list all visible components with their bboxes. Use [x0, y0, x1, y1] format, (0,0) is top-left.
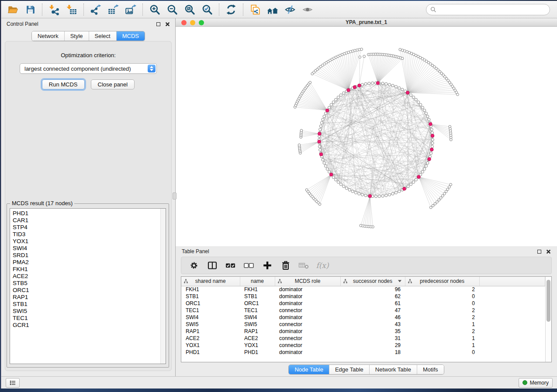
memory-button[interactable]: Memory: [519, 378, 553, 388]
node[interactable]: [401, 88, 404, 91]
node[interactable]: [360, 224, 362, 227]
save-session-button[interactable]: [21, 3, 39, 17]
refresh-view-button[interactable]: [222, 3, 240, 17]
float-panel-icon[interactable]: [156, 22, 160, 26]
cell-successor-nodes[interactable]: 29: [340, 342, 405, 349]
node[interactable]: [409, 94, 412, 96]
cell-predecessor-nodes[interactable]: 2: [405, 314, 479, 321]
node[interactable]: [328, 106, 331, 109]
deselect-all-button[interactable]: [242, 259, 256, 272]
node[interactable]: [345, 187, 348, 189]
node[interactable]: [326, 168, 329, 170]
node[interactable]: [417, 101, 420, 103]
node[interactable]: [445, 190, 447, 193]
mcds-result-item[interactable]: FKH1: [13, 266, 163, 273]
node[interactable]: [300, 129, 303, 132]
cell-mcds-role[interactable]: dominator: [275, 349, 340, 356]
cell-predecessor-nodes[interactable]: 0: [405, 300, 479, 307]
node[interactable]: [319, 125, 322, 127]
export-network-button[interactable]: [87, 3, 104, 17]
dominator-node[interactable]: [325, 109, 329, 112]
node[interactable]: [428, 118, 430, 121]
mcds-result-item[interactable]: ORC1: [13, 287, 163, 294]
dominator-node[interactable]: [318, 132, 322, 136]
splitter-handle[interactable]: [173, 193, 176, 199]
tab-network-table[interactable]: Network Table: [370, 365, 417, 374]
node[interactable]: [412, 96, 415, 99]
node[interactable]: [419, 103, 422, 106]
node[interactable]: [432, 204, 434, 207]
tab-mcds[interactable]: MCDS: [117, 31, 145, 41]
node[interactable]: [388, 193, 391, 196]
column-header-mcds-role[interactable]: MCDS role: [275, 277, 340, 286]
node[interactable]: [378, 195, 381, 198]
mcds-result-item[interactable]: STB5: [13, 280, 163, 287]
export-image-button[interactable]: [122, 3, 139, 17]
node[interactable]: [339, 183, 342, 186]
mcds-result-item[interactable]: GCR1: [13, 322, 163, 329]
show-columns-button[interactable]: [205, 259, 220, 272]
node[interactable]: [335, 179, 337, 181]
float-table-panel-icon[interactable]: [537, 250, 541, 254]
node[interactable]: [430, 128, 433, 131]
zoom-selected-button[interactable]: [198, 3, 216, 17]
table-row[interactable]: FKH1FKH1dominator962: [181, 286, 545, 293]
table-row[interactable]: SWI4SWI4dominator462: [181, 314, 545, 321]
mcds-result-item[interactable]: STP4: [13, 224, 163, 231]
show-all-nodes-button[interactable]: [264, 3, 281, 17]
table-row[interactable]: YOX1YOX1connector291: [181, 342, 545, 349]
criterion-select[interactable]: largest connected component (undirected): [20, 63, 157, 74]
node[interactable]: [360, 48, 363, 51]
dominator-node[interactable]: [428, 158, 431, 161]
node[interactable]: [426, 162, 429, 164]
cell-successor-nodes[interactable]: 96: [340, 286, 405, 293]
cell-mcds-role[interactable]: connector: [275, 335, 340, 342]
node[interactable]: [322, 158, 324, 161]
dominator-node[interactable]: [353, 86, 356, 89]
cell-shared-name[interactable]: SWI5: [181, 321, 240, 328]
cell-mcds-role[interactable]: connector: [275, 321, 340, 328]
node[interactable]: [319, 128, 322, 131]
tab-edge-table[interactable]: Edge Table: [329, 365, 370, 374]
table-row[interactable]: SWI5SWI5connector431: [181, 321, 545, 328]
cell-shared-name[interactable]: FKH1: [181, 286, 240, 293]
dominator-node[interactable]: [406, 91, 409, 95]
tab-style[interactable]: Style: [65, 31, 89, 41]
node[interactable]: [394, 85, 397, 88]
node[interactable]: [438, 199, 440, 201]
cell-successor-nodes[interactable]: 35: [340, 328, 405, 335]
node[interactable]: [368, 82, 370, 85]
node[interactable]: [323, 162, 325, 164]
node[interactable]: [381, 82, 384, 85]
table-row[interactable]: ORC1ORC1dominator610: [181, 300, 545, 307]
table-scrollbar[interactable]: [545, 277, 551, 362]
node[interactable]: [391, 84, 394, 87]
mcds-result-item[interactable]: PHD1: [13, 210, 163, 217]
delete-column-button[interactable]: [278, 259, 293, 272]
dominator-node[interactable]: [429, 122, 432, 126]
node[interactable]: [425, 112, 427, 115]
node[interactable]: [431, 131, 433, 134]
node[interactable]: [443, 193, 446, 195]
open-file-button[interactable]: [4, 3, 21, 17]
node[interactable]: [381, 195, 384, 197]
node[interactable]: [421, 171, 424, 173]
node[interactable]: [441, 195, 444, 197]
node[interactable]: [343, 92, 345, 94]
cell-predecessor-nodes[interactable]: 2: [405, 328, 479, 335]
node[interactable]: [337, 96, 339, 99]
cell-name[interactable]: SWI4: [240, 314, 275, 321]
cell-predecessor-nodes[interactable]: 0: [405, 293, 479, 300]
node[interactable]: [426, 115, 429, 118]
cell-name[interactable]: STB1: [240, 293, 275, 300]
dominator-node[interactable]: [430, 148, 434, 151]
cell-shared-name[interactable]: YOX1: [181, 342, 240, 349]
cell-shared-name[interactable]: ACE2: [181, 335, 240, 342]
cell-mcds-role[interactable]: dominator: [275, 314, 340, 321]
cell-successor-nodes[interactable]: 43: [340, 321, 405, 328]
zoom-in-button[interactable]: [146, 3, 163, 17]
node[interactable]: [385, 83, 387, 85]
mcds-result-item[interactable]: PMA2: [13, 259, 163, 266]
node[interactable]: [425, 165, 427, 167]
node[interactable]: [415, 179, 417, 181]
